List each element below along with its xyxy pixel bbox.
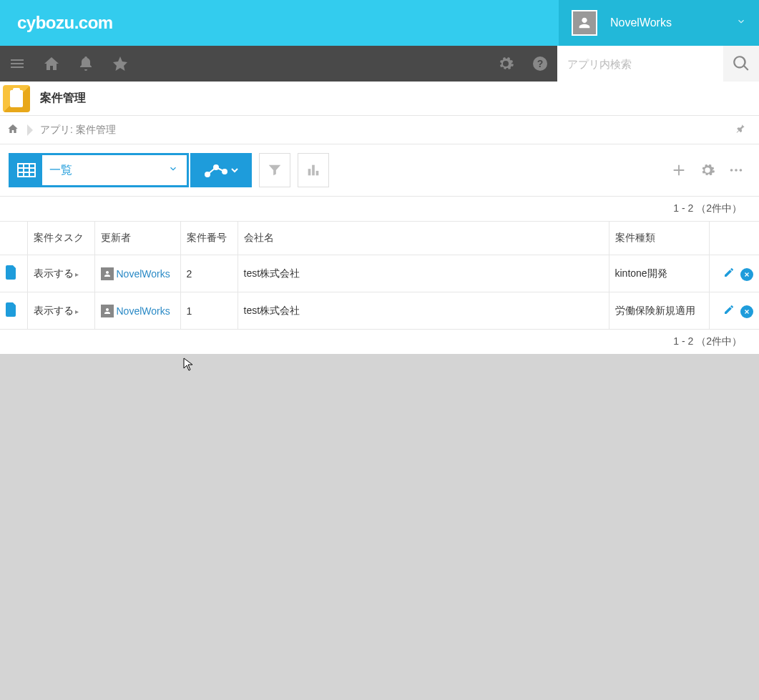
- home-icon[interactable]: [34, 46, 69, 82]
- cell-number: 2: [180, 255, 238, 292]
- add-button[interactable]: [665, 162, 693, 178]
- table-row: 表示するNovelWorks2test株式会社kintone開発: [0, 255, 759, 292]
- help-icon[interactable]: ?: [523, 46, 557, 82]
- search-box[interactable]: [557, 46, 723, 82]
- app-header: 案件管理: [0, 82, 759, 116]
- pin-icon[interactable]: [736, 124, 746, 137]
- svg-point-17: [740, 169, 743, 172]
- svg-text:?: ?: [537, 58, 544, 69]
- view-selector[interactable]: 一覧: [9, 153, 189, 187]
- cell-type: kintone開発: [609, 255, 709, 292]
- breadcrumb-separator-icon: [27, 124, 33, 136]
- table-icon: [11, 155, 42, 185]
- gear-icon[interactable]: [489, 46, 523, 82]
- cell-company: test株式会社: [238, 255, 609, 292]
- show-link[interactable]: 表示する: [34, 305, 79, 316]
- user-icon: [101, 305, 114, 317]
- chevron-down-icon: [168, 164, 187, 177]
- delete-icon[interactable]: [740, 268, 753, 281]
- svg-rect-2: [18, 164, 35, 177]
- svg-rect-13: [312, 165, 315, 176]
- chart-button[interactable]: [298, 153, 329, 187]
- search-input[interactable]: [567, 58, 713, 70]
- breadcrumb-home-icon[interactable]: [7, 123, 19, 137]
- pager-bottom: 1 - 2 （2件中）: [0, 330, 759, 354]
- graph-button[interactable]: [190, 153, 252, 187]
- cell-company: test株式会社: [238, 292, 609, 330]
- chevron-down-icon: [736, 16, 746, 29]
- view-label: 一覧: [42, 163, 168, 178]
- more-button[interactable]: [722, 162, 750, 178]
- updater-link[interactable]: NovelWorks: [117, 268, 170, 280]
- top-bar: cybozu.com NovelWorks: [0, 0, 759, 46]
- document-icon[interactable]: [6, 270, 17, 282]
- bell-icon[interactable]: [69, 46, 103, 82]
- updater-link[interactable]: NovelWorks: [117, 305, 170, 317]
- user-icon: [101, 267, 114, 280]
- svg-rect-12: [308, 169, 311, 175]
- table-row: 表示するNovelWorks1test株式会社労働保険新規適用: [0, 292, 759, 330]
- settings-button[interactable]: [693, 162, 722, 178]
- filter-button[interactable]: [259, 153, 290, 187]
- user-menu[interactable]: NovelWorks: [559, 0, 759, 46]
- edit-icon[interactable]: [723, 269, 735, 280]
- edit-icon[interactable]: [723, 306, 735, 317]
- breadcrumb: アプリ: 案件管理: [0, 116, 759, 144]
- app-icon: [3, 85, 30, 112]
- svg-point-15: [730, 169, 733, 172]
- col-task[interactable]: 案件タスク: [27, 222, 94, 255]
- svg-rect-14: [316, 171, 319, 175]
- delete-icon[interactable]: [740, 305, 753, 318]
- menu-icon[interactable]: [0, 46, 34, 82]
- avatar-icon: [572, 10, 597, 36]
- col-type[interactable]: 案件種類: [609, 222, 709, 255]
- svg-point-16: [735, 169, 738, 172]
- toolbar: 一覧: [0, 144, 759, 197]
- nav-bar: ?: [0, 46, 759, 82]
- svg-line-10: [207, 167, 216, 174]
- breadcrumb-text[interactable]: アプリ: 案件管理: [40, 124, 116, 137]
- pager-top: 1 - 2 （2件中）: [0, 197, 759, 222]
- cell-number: 1: [180, 292, 238, 330]
- col-number[interactable]: 案件番号: [180, 222, 238, 255]
- cell-type: 労働保険新規適用: [609, 292, 709, 330]
- star-icon[interactable]: [103, 46, 137, 82]
- brand-logo[interactable]: cybozu.com: [0, 13, 113, 33]
- show-link[interactable]: 表示する: [34, 267, 79, 279]
- search-button[interactable]: [723, 46, 759, 82]
- app-title: 案件管理: [40, 91, 86, 106]
- user-name: NovelWorks: [610, 16, 736, 29]
- col-company[interactable]: 会社名: [238, 222, 609, 255]
- record-table: 案件タスク 更新者 案件番号 会社名 案件種類 表示するNovelWorks2t…: [0, 222, 759, 330]
- document-icon[interactable]: [6, 307, 17, 319]
- cursor-icon: [183, 358, 195, 375]
- col-updater[interactable]: 更新者: [94, 222, 180, 255]
